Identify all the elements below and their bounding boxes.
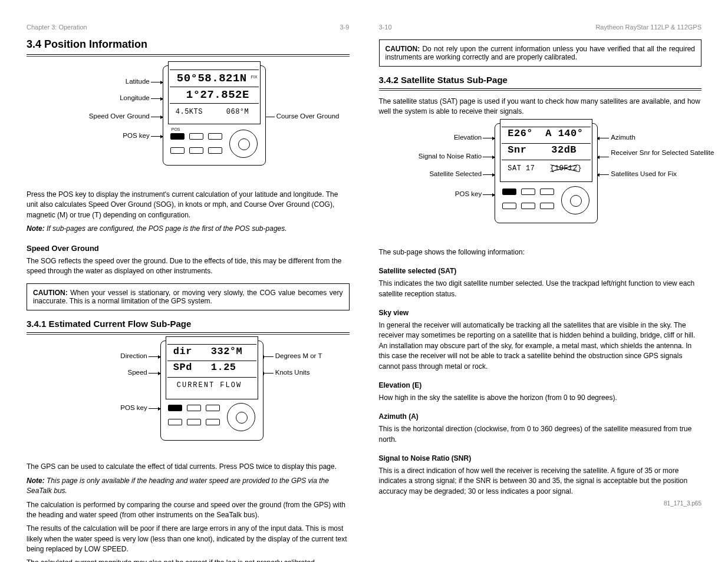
leader-line: [597, 138, 609, 138]
body-text: Press the POS key to display the instrum…: [27, 190, 350, 220]
body-text: The sub-page shows the following informa…: [379, 247, 702, 257]
body-text: In general the receiver will automatical…: [379, 320, 702, 372]
subheading-sog: Speed Over Ground: [27, 244, 350, 253]
subhead-azimuth: Azimuth (A): [379, 412, 702, 421]
lcd-sog: 4.5KTS: [176, 108, 203, 116]
lcd-sat: SAT 17: [508, 164, 535, 173]
caution-box: CAUTION: When your vessel is stationary,…: [27, 283, 350, 310]
leader-line: [483, 157, 495, 157]
subhead-sat: Satellite selected (SAT): [379, 267, 702, 275]
figure-currentflow: Direction Speed POS key Degrees M or T K…: [27, 340, 350, 458]
device-outline: dir 332°M SPd 1.25 CURRENT FLOW: [160, 340, 263, 441]
divider: [27, 332, 350, 335]
label-satsused: Satellites Used for Fix: [611, 170, 677, 177]
key: [521, 189, 535, 195]
section-heading: 3.4.2 Satellite Status Sub-Page: [379, 75, 702, 85]
lcd-spd-lbl: SPd: [173, 362, 192, 373]
caution-text: Do not rely upon the current information…: [386, 45, 696, 61]
label-azimuth: Azimuth: [611, 134, 635, 141]
device-screen: E26° A 140° Snr 32dB SAT 17 {1OF12}: [500, 119, 592, 182]
key: [170, 147, 185, 154]
key: [206, 419, 220, 425]
key: [168, 419, 182, 425]
label-sog: Speed Over Ground: [85, 113, 150, 120]
body-text: The GPS can be used to calculate the eff…: [27, 462, 350, 472]
left-page-header: Chapter 3: Operation 3-9: [27, 24, 350, 32]
subhead-elevation: Elevation (E): [379, 381, 702, 389]
key: [187, 419, 201, 425]
lcd-dir-val: 332°M: [211, 346, 243, 357]
body-text: The SOG reflects the speed over the grou…: [27, 256, 350, 277]
lcd-lat: 50°58.821N: [177, 72, 247, 85]
device-screen: 50°58.821N FIX 1°27.852E 4.5KTS 068°M: [168, 61, 261, 124]
lcd-snr-lbl: Snr: [508, 144, 526, 156]
body-text: This is the horizontal direction (clockw…: [379, 424, 702, 445]
key: [189, 133, 203, 140]
key: [502, 203, 516, 209]
body-text: The results of the calculation will be p…: [27, 524, 350, 554]
leader-line: [151, 82, 163, 82]
section-heading: 3.4.1 Estimated Current Flow Sub-Page: [27, 319, 350, 329]
leader-line: [149, 373, 160, 373]
key: [540, 203, 554, 209]
label-direction: Direction: [108, 352, 147, 359]
body-text: This indicates the two digit satellite n…: [379, 279, 702, 299]
left-page: Chapter 3: Operation 3-9 3.4 Position In…: [27, 24, 350, 562]
label-speed: Speed: [120, 369, 147, 376]
footer-filename: 81_171_3.p65: [379, 500, 702, 507]
subhead-snr: Signal to Noise Ratio (SNR): [379, 454, 702, 462]
caution-label: CAUTION:: [386, 45, 423, 53]
figure-satstatus: Elevation Signal to Noise Ratio Satellit…: [379, 123, 702, 244]
leader-line: [262, 356, 274, 357]
lcd-spd-val: 1.25: [211, 362, 236, 373]
key-pos: [502, 189, 516, 195]
figure-position: Latitude Longitude Speed Over Ground POS…: [27, 62, 350, 186]
label-snr: Signal to Noise Ratio: [414, 153, 482, 160]
label-snrval: Receiver Snr for Selected Satellite: [611, 149, 681, 157]
section-heading: 3.4 Position Information: [27, 38, 350, 51]
strikeout-icon: [550, 163, 578, 174]
key: [206, 405, 220, 411]
lcd-snr-val: 32dB: [551, 144, 577, 156]
body-text: This is a direct indication of how well …: [379, 466, 702, 497]
key-pos: [168, 405, 182, 411]
leader-line: [483, 138, 495, 138]
key: [208, 133, 222, 140]
leader-line: [151, 117, 163, 117]
leader-line: [151, 98, 163, 99]
lcd-fix: FIX: [251, 75, 258, 79]
leader-line: [597, 157, 609, 157]
key: [521, 203, 535, 209]
caution-text: When your vessel is stationary, or movin…: [33, 289, 343, 305]
divider: [27, 54, 350, 57]
trackpad-wheel: [227, 403, 255, 431]
device-outline: E26° A 140° Snr 32dB SAT 17 {1OF12}: [495, 123, 598, 223]
divider: [379, 88, 702, 91]
label-elevation: Elevation: [446, 134, 482, 141]
body-text: The satellite status (SAT) page is used …: [379, 97, 702, 117]
device-outline: 50°58.821N FIX 1°27.852E 4.5KTS 068°M PO…: [163, 65, 266, 166]
subhead-skyview: Sky view: [379, 309, 702, 317]
lcd-lon: 1°27.852E: [186, 88, 249, 101]
key: [208, 147, 222, 154]
label-latitude: Latitude: [114, 78, 150, 85]
leader-line: [483, 194, 495, 195]
label-longitude: Longitude: [112, 94, 150, 101]
note-text: Note: This page is only available if the…: [27, 476, 350, 497]
product-label: Raytheon RayStar 112LP & 112GPS: [595, 24, 701, 31]
right-page-header: 3-10 Raytheon RayStar 112LP & 112GPS: [379, 24, 702, 32]
body-text: The calculated current magnitude may als…: [27, 558, 350, 562]
leader-line: [149, 408, 160, 409]
body-text: The calculation is performed by comparin…: [27, 500, 350, 521]
lcd-azim: A 140°: [545, 128, 583, 139]
label-deg: Degrees M or T: [275, 352, 322, 359]
page-number: 3-9: [340, 24, 350, 31]
chapter-label: Chapter 3: Operation: [27, 24, 87, 31]
lcd-dir-lbl: dir: [173, 346, 192, 357]
key-pos: [170, 133, 185, 140]
caution-box: CAUTION: Do not rely upon the current in…: [379, 39, 702, 67]
label-satselected: Satellite Selected: [417, 170, 482, 177]
leader-line: [597, 174, 609, 175]
leader-line: [262, 373, 274, 373]
caution-label: CAUTION:: [33, 289, 70, 297]
